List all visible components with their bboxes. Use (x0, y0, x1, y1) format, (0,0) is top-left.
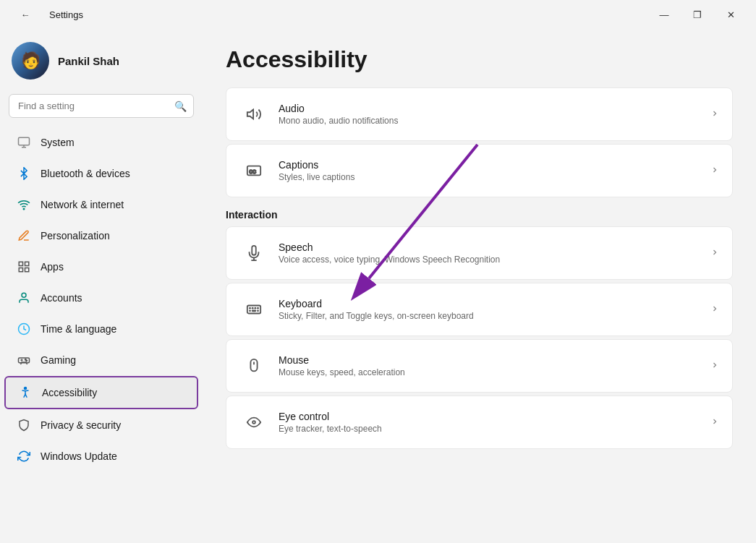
bluetooth-icon (16, 166, 32, 181)
svg-rect-6 (19, 268, 22, 272)
eye-control-icon (239, 408, 268, 437)
sidebar-item-privacy[interactable]: Privacy & security (4, 410, 198, 440)
time-icon (16, 321, 32, 337)
close-button[interactable]: ✕ (714, 3, 747, 26)
settings-card-speech[interactable]: SpeechVoice access, voice typing, Window… (226, 226, 733, 280)
svg-rect-4 (19, 262, 22, 265)
svg-point-14 (25, 388, 27, 390)
svg-rect-7 (25, 268, 29, 272)
svg-marker-15 (247, 110, 253, 119)
sidebar-item-windows-update[interactable]: Windows Update (4, 441, 198, 471)
chevron-icon-audio (710, 108, 719, 120)
svg-text:CC: CC (250, 169, 257, 174)
chevron-icon-captions (710, 165, 719, 176)
card-text-speech: SpeechVoice access, voice typing, Window… (279, 241, 710, 265)
sidebar-item-label-accounts: Accounts (41, 292, 82, 304)
keyboard-icon (239, 295, 268, 324)
chevron-icon-eye-control (710, 416, 719, 428)
network-icon (16, 197, 32, 213)
card-subtitle-speech: Voice access, voice typing, Windows Spee… (279, 255, 710, 265)
user-section: 🧑 Pankil Shah (0, 35, 203, 94)
windows-update-icon (16, 448, 32, 464)
svg-rect-5 (25, 262, 29, 265)
card-subtitle-keyboard: Sticky, Filter, and Toggle keys, on-scre… (279, 311, 710, 321)
sidebar-item-network[interactable]: Network & internet (4, 189, 198, 220)
sidebar-item-time[interactable]: Time & language (4, 314, 198, 344)
sidebar-item-gaming[interactable]: Gaming (4, 345, 198, 375)
settings-card-keyboard[interactable]: KeyboardSticky, Filter, and Toggle keys,… (226, 283, 733, 336)
sidebar: 🧑 Pankil Shah 🔍 SystemBluetooth & device… (0, 29, 203, 543)
gaming-icon (16, 352, 32, 368)
sidebar-item-personalization[interactable]: Personalization (4, 221, 198, 251)
accessibility-icon (17, 385, 33, 401)
mouse-icon (239, 351, 268, 380)
search-box: 🔍 (9, 94, 194, 118)
user-name: Pankil Shah (58, 55, 119, 67)
card-title-eye-control: Eye control (279, 411, 710, 422)
card-text-keyboard: KeyboardSticky, Filter, and Toggle keys,… (279, 298, 710, 321)
sidebar-item-accounts[interactable]: Accounts (4, 283, 198, 313)
svg-rect-0 (19, 137, 30, 145)
card-text-eye-control: Eye controlEye tracker, text-to-speech (279, 411, 710, 434)
sidebar-item-label-windows-update: Windows Update (41, 450, 117, 462)
main-content: Accessibility AudioMono audio, audio not… (203, 29, 756, 469)
svg-rect-28 (250, 359, 257, 371)
speech-icon (239, 239, 268, 268)
card-text-audio: AudioMono audio, audio notifications (279, 103, 710, 126)
card-subtitle-audio: Mono audio, audio notifications (279, 116, 710, 126)
sidebar-item-bluetooth[interactable]: Bluetooth & devices (4, 158, 198, 189)
sidebar-item-label-time: Time & language (41, 323, 116, 335)
search-icon: 🔍 (174, 101, 187, 112)
captions-icon: CC (239, 156, 268, 185)
card-title-captions: Captions (279, 159, 710, 171)
sidebar-item-label-accessibility: Accessibility (42, 387, 97, 398)
section1: AudioMono audio, audio notificationsCCCa… (226, 87, 733, 197)
svg-rect-20 (247, 306, 260, 314)
card-subtitle-captions: Styles, live captions (279, 172, 710, 182)
title-bar-left: ← Settings (9, 3, 83, 26)
card-title-audio: Audio (279, 103, 710, 114)
chevron-icon-speech (710, 247, 719, 259)
chevron-icon-keyboard (710, 304, 719, 315)
sidebar-item-apps[interactable]: Apps (4, 252, 198, 282)
app-title: Settings (49, 9, 83, 20)
maximize-button[interactable]: ❐ (681, 3, 714, 26)
svg-point-30 (252, 421, 255, 424)
settings-card-captions[interactable]: CCCaptionsStyles, live captions (226, 144, 733, 197)
personalization-icon (16, 228, 32, 244)
card-title-speech: Speech (279, 241, 710, 253)
section2: SpeechVoice access, voice typing, Window… (226, 226, 733, 449)
settings-card-audio[interactable]: AudioMono audio, audio notifications (226, 87, 733, 141)
nav-container: SystemBluetooth & devicesNetwork & inter… (0, 127, 203, 472)
privacy-icon (16, 417, 32, 433)
apps-icon (16, 259, 32, 275)
card-text-mouse: MouseMouse keys, speed, acceleration (279, 354, 710, 377)
sidebar-item-label-system: System (41, 137, 75, 148)
sidebar-item-system[interactable]: System (4, 127, 198, 158)
app-body: 🧑 Pankil Shah 🔍 SystemBluetooth & device… (0, 29, 756, 543)
sidebar-item-label-network: Network & internet (41, 199, 124, 210)
interaction-label: Interaction (226, 209, 733, 221)
title-bar: ← Settings — ❐ ✕ (0, 0, 756, 29)
main-wrapper: Accessibility AudioMono audio, audio not… (203, 29, 756, 543)
settings-card-mouse[interactable]: MouseMouse keys, speed, acceleration (226, 339, 733, 393)
search-input[interactable] (9, 94, 194, 118)
card-text-captions: CaptionsStyles, live captions (279, 159, 710, 182)
sidebar-item-label-personalization: Personalization (41, 230, 110, 241)
avatar: 🧑 (12, 42, 49, 80)
svg-point-8 (22, 293, 26, 297)
sidebar-item-label-bluetooth: Bluetooth & devices (41, 168, 130, 179)
card-subtitle-eye-control: Eye tracker, text-to-speech (279, 424, 710, 434)
settings-card-eye-control[interactable]: Eye controlEye tracker, text-to-speech (226, 396, 733, 449)
sidebar-item-accessibility[interactable]: Accessibility (4, 376, 198, 409)
card-subtitle-mouse: Mouse keys, speed, acceleration (279, 367, 710, 377)
sidebar-item-label-gaming: Gaming (41, 354, 76, 366)
svg-point-13 (26, 360, 27, 362)
minimize-button[interactable]: — (647, 3, 681, 26)
card-title-mouse: Mouse (279, 354, 710, 366)
audio-icon (239, 100, 268, 129)
svg-point-3 (23, 208, 25, 210)
sidebar-item-label-privacy: Privacy & security (41, 419, 121, 431)
page-title: Accessibility (226, 46, 733, 73)
back-button[interactable]: ← (9, 3, 42, 26)
